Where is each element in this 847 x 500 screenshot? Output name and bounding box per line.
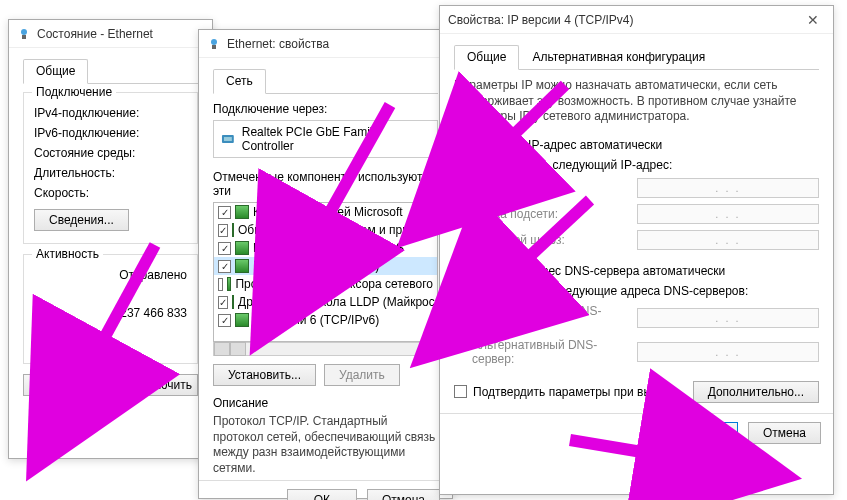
title: Состояние - Ethernet (37, 27, 153, 41)
title: Свойства: IP версии 4 (TCP/IPv4) (448, 13, 634, 27)
mask-field: . . . (637, 204, 819, 224)
titlebar: Ethernet: свойства (199, 30, 452, 58)
protocol-icon (227, 277, 232, 291)
confirm-label: Подтвердить параметры при выходе (473, 385, 678, 399)
cancel-button[interactable]: Отмена (367, 489, 440, 500)
tab-general[interactable]: Общие (23, 59, 88, 84)
component-item[interactable]: Драйвер протокола LLDP (Майкрос (214, 293, 437, 311)
legend: Подключение (32, 85, 116, 99)
bytes-label: Байт: (34, 306, 64, 320)
connect-via-label: Подключение через: (213, 102, 438, 116)
component-label: Общий доступ к файлам и принтера (238, 223, 438, 237)
ipv4-label: IPv4-подключение: (34, 106, 139, 120)
desc-text: Протокол TCP/IP. Стандартный протокол се… (213, 414, 438, 476)
close-icon[interactable]: ✕ (801, 12, 825, 28)
radio-ip-manual[interactable]: Использовать следующий IP-адрес: (454, 155, 819, 175)
ip-label: IP-адрес: (472, 181, 637, 195)
component-item[interactable]: Общий доступ к файлам и принтера (214, 221, 437, 239)
cancel-button[interactable]: Отмена (748, 422, 821, 444)
properties-button[interactable]: Свойства (23, 374, 104, 396)
gw-field: . . . (637, 230, 819, 250)
ip-field: . . . (637, 178, 819, 198)
dns2-label: Альтернативный DNS-сервер: (472, 338, 637, 366)
components-list[interactable]: Клиент для сетей MicrosoftОбщий доступ к… (213, 202, 438, 342)
radio-dns-auto-label: Получить адрес DNS-сервера автоматически (472, 264, 725, 278)
title: Ethernet: свойства (227, 37, 329, 51)
ipv6-label: IPv6-подключение: (34, 126, 139, 140)
svg-point-2 (211, 39, 217, 45)
tab-general[interactable]: Общие (454, 45, 519, 70)
checkbox-icon[interactable] (218, 242, 231, 255)
component-item[interactable]: IP версии 4 (TCP/IPv4) (214, 257, 437, 275)
checkbox-icon[interactable] (218, 224, 228, 237)
component-label: Протокол мультиплексора сетевого (235, 277, 433, 291)
titlebar: Свойства: IP версии 4 (TCP/IPv4) ✕ (440, 6, 833, 34)
component-item[interactable]: Планировщик пакетов QoS (214, 239, 437, 257)
connection-group: Подключение IPv4-подключение: IPv6-подкл… (23, 92, 198, 244)
checkbox-icon[interactable] (218, 278, 223, 291)
legend: Активность (32, 247, 103, 261)
svg-point-0 (21, 29, 27, 35)
dns1-label: Предпочитаемый DNS-сервер: (472, 304, 637, 332)
component-label: IP версии 6 (TCP/IPv6) (253, 313, 379, 327)
protocol-icon (232, 295, 234, 309)
desc-legend: Описание (213, 396, 438, 410)
components-label: Отмеченные компоненты используются эти (213, 170, 438, 198)
activity-group: Активность Отправлено Байт:237 466 833 (23, 254, 198, 364)
ethernet-icon (17, 27, 31, 41)
checkbox-icon[interactable] (218, 260, 231, 273)
ok-button[interactable]: ОК (287, 489, 357, 500)
speed-label: Скорость: (34, 186, 89, 200)
disable-button[interactable]: Отключить (110, 374, 198, 396)
protocol-icon (235, 205, 249, 219)
ethernet-icon (207, 37, 221, 51)
protocol-icon (235, 313, 249, 327)
nic-icon (220, 131, 236, 147)
radio-dns-manual[interactable]: Использовать следующие адреса DNS-сервер… (454, 281, 819, 301)
gw-label: Основной шлюз: (472, 233, 637, 247)
confirm-checkbox[interactable] (454, 385, 467, 398)
svg-rect-1 (22, 35, 26, 39)
tabs: Сеть (213, 68, 438, 94)
component-item[interactable]: Протокол мультиплексора сетевого (214, 275, 437, 293)
tabs: Общие (23, 58, 198, 84)
adapter-field: Realtek PCIe GbE Family Controller (213, 120, 438, 158)
radio-dns-auto[interactable]: Получить адрес DNS-сервера автоматически (454, 261, 819, 281)
advanced-button[interactable]: Дополнительно... (693, 381, 819, 403)
install-button[interactable]: Установить... (213, 364, 316, 386)
intro-text: Параметры IP можно назначать автоматичес… (454, 78, 819, 125)
titlebar: Состояние - Ethernet (9, 20, 212, 48)
protocol-icon (235, 241, 249, 255)
dns1-field: . . . (637, 308, 819, 328)
tab-altconfig[interactable]: Альтернативная конфигурация (519, 45, 718, 70)
mask-label: Маска подсети: (472, 207, 637, 221)
radio-ip-manual-label: Использовать следующий IP-адрес: (472, 158, 672, 172)
ipv4-props-window: Свойства: IP версии 4 (TCP/IPv4) ✕ Общие… (439, 5, 834, 495)
details-button[interactable]: Сведения... (34, 209, 129, 231)
tabs: Общие Альтернативная конфигурация (454, 44, 819, 70)
bytes-sent-value: 237 466 833 (120, 306, 187, 320)
dns2-field: . . . (637, 342, 819, 362)
duration-label: Длительность: (34, 166, 115, 180)
svg-rect-3 (212, 45, 216, 49)
svg-rect-5 (224, 137, 232, 141)
radio-ip-auto[interactable]: Получить IP-адрес автоматически (454, 135, 819, 155)
component-label: Драйвер протокола LLDP (Майкрос (238, 295, 435, 309)
checkbox-icon[interactable] (218, 206, 231, 219)
status-window: Состояние - Ethernet Общие Подключение I… (8, 19, 213, 459)
component-item[interactable]: Клиент для сетей Microsoft (214, 203, 437, 221)
remove-button: Удалить (324, 364, 400, 386)
checkbox-icon[interactable] (218, 296, 228, 309)
radio-ip-auto-label: Получить IP-адрес автоматически (472, 138, 662, 152)
component-item[interactable]: IP версии 6 (TCP/IPv6) (214, 311, 437, 329)
h-scrollbar[interactable] (213, 342, 438, 356)
ok-button[interactable]: ОК (668, 422, 738, 444)
media-label: Состояние среды: (34, 146, 135, 160)
component-label: Клиент для сетей Microsoft (253, 205, 403, 219)
tab-network[interactable]: Сеть (213, 69, 266, 94)
component-label: Планировщик пакетов QoS (253, 241, 404, 255)
protocol-icon (232, 223, 234, 237)
checkbox-icon[interactable] (218, 314, 231, 327)
ethernet-props-window: Ethernet: свойства Сеть Подключение чере… (198, 29, 453, 499)
sent-label: Отправлено (119, 268, 187, 282)
